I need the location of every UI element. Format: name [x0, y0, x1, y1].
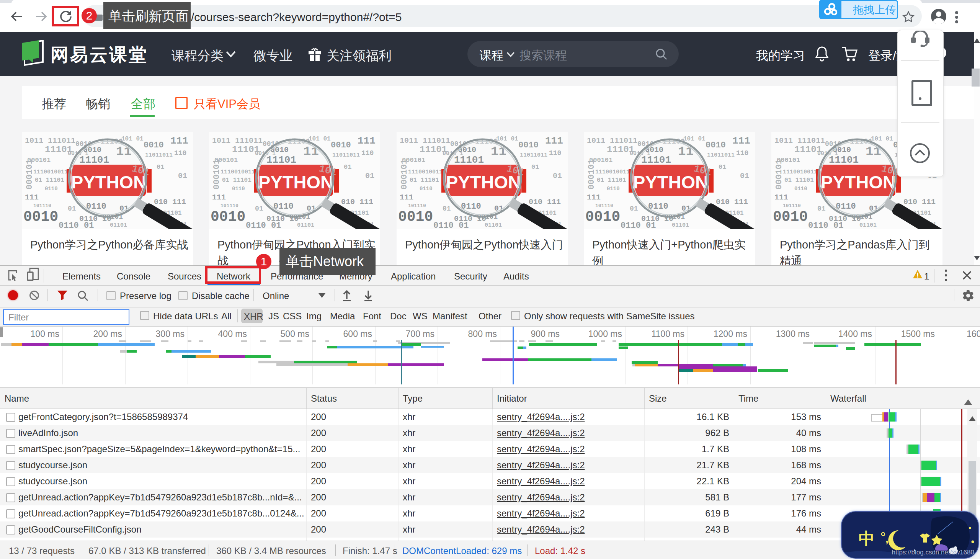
- svg-text:https://blog.csdn.net/xw1680: https://blog.csdn.net/xw1680: [892, 549, 974, 556]
- svg-text:,: ,: [886, 533, 889, 545]
- svg-text:中: 中: [859, 529, 875, 547]
